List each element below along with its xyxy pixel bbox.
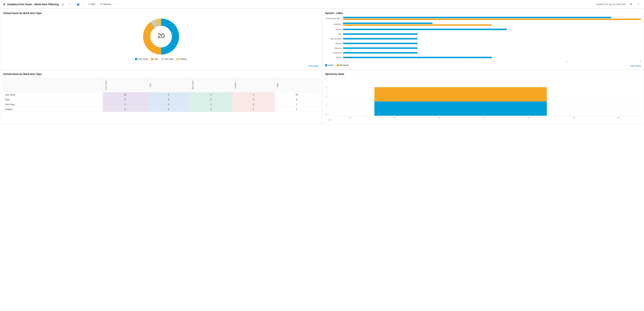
hbar-row-5: high demand <box>325 38 641 40</box>
hbar-resolved-1 <box>343 19 641 20</box>
donut-total-label: 20 <box>157 32 164 40</box>
page-title: AnalyticsTest Team - Work Item Filtering <box>7 3 59 6</box>
hbar-row-1: Introducing Wor... <box>325 17 641 20</box>
hbar-legend-active: Active <box>325 64 334 67</box>
vbar-seg-active <box>374 101 547 116</box>
widget-matrix: Closed Items by Work Item Type User Stor… <box>0 70 322 124</box>
hbar-legend-label-active: Active <box>328 64 334 67</box>
matrix-row-label-feat: Feature <box>3 107 103 112</box>
hbar-legend-dot-resolved <box>337 64 339 66</box>
gear-icon: ⚙ <box>630 3 632 6</box>
hbar-row-8: enhanced <box>325 52 641 54</box>
legend-dot-task <box>151 58 153 60</box>
matrix-row-label-task: Task <box>3 97 103 102</box>
hbar-label-5: high demand <box>325 38 343 40</box>
matrix-cell-task-task: 8 <box>147 97 190 102</box>
hbar-legend-label-resolved: Resolved <box>340 64 349 67</box>
grid-icon: ⊞ <box>3 3 5 6</box>
widget1-view-query[interactable]: View query <box>308 65 319 67</box>
matrix-cell-task-feat: 0 <box>232 97 275 102</box>
legend-label-task: Task <box>154 58 158 60</box>
matrix-row-tc: Test Case 0 0 1 0 1 <box>3 102 319 107</box>
settings-button[interactable]: ⚙ <box>628 2 634 6</box>
donut-label-feat: 1 <box>170 28 171 30</box>
y-label-0: 0 <box>325 113 326 116</box>
x-label-18: 18 <box>528 117 530 119</box>
hbar-label-2: feedback <box>325 23 343 25</box>
donut-label-us: 10 <box>152 33 154 35</box>
matrix-cell-feat-task: 0 <box>147 107 190 112</box>
refresh-button[interactable]: ↻ Refresh <box>99 2 113 6</box>
y-label-6: 6 <box>325 87 326 89</box>
hbar-active-6 <box>343 43 418 44</box>
edit-button[interactable]: ✏ Edit <box>86 2 97 6</box>
matrix-col-feat: Feature <box>232 78 275 92</box>
y-label-4: 4 <box>325 96 326 98</box>
matrix-cell-task-tc: 0 <box>190 97 232 102</box>
x-label-14: 14 <box>348 117 350 119</box>
expand-button[interactable]: ⤢ <box>636 2 641 6</box>
hbar-row-7: features <box>325 47 641 49</box>
matrix-corner <box>3 78 103 92</box>
legend-dot-testcase <box>161 58 164 60</box>
legend-item-task: Task <box>151 58 158 60</box>
x-label-16: 16 <box>438 117 440 119</box>
vbar-chart-area: 14 15 16 17 18 19 20 Oct <box>327 78 641 121</box>
hbar-bars-7 <box>343 47 641 49</box>
hbar-bars-5 <box>343 38 641 40</box>
vbar-plot <box>327 78 641 116</box>
matrix-col-tc: Test Case <box>190 78 232 92</box>
matrix-cell-us-us: 10 <box>103 92 148 97</box>
grid-line-top <box>328 78 641 78</box>
hbar-legend: Active Resolved <box>325 64 641 67</box>
widget-donut: Closed Items by Work Item Type 20 1 1 8 <box>0 9 322 70</box>
matrix-col-task: Task <box>147 78 190 92</box>
hbar-label-7: features <box>325 47 343 49</box>
matrix-row-label-tc: Test Case <box>3 102 103 107</box>
y-label-8: 8 <box>325 78 326 80</box>
matrix-cell-feat-tc: 0 <box>190 107 232 112</box>
matrix-cell-feat-total: 1 <box>275 107 319 112</box>
legend-label-testcase: Test Case <box>164 58 174 60</box>
people-button[interactable]: 👥 <box>75 2 81 6</box>
legend-dot-feature <box>176 58 179 60</box>
matrix-row-task: Task 0 8 0 0 8 <box>3 97 319 102</box>
refresh-icon: ↻ <box>100 3 102 6</box>
legend-label-feature: Feature <box>180 58 187 60</box>
hbar-bars-1 <box>343 17 641 20</box>
more-button[interactable]: ··· <box>115 2 120 6</box>
hbar-label-1: Introducing Wor... <box>325 17 343 20</box>
donut-legend: User Story Task Test Case Feature <box>3 58 319 60</box>
hbar-label-3: (blank) <box>325 28 343 31</box>
star-icon: ☆ <box>69 3 71 6</box>
matrix-col-total: Total <box>275 78 319 92</box>
hbar-axis: 0 1 2 3 4 <box>325 60 641 63</box>
donut-container: 20 1 1 8 10 <box>3 17 319 56</box>
donut-label-task: 8 <box>168 55 168 56</box>
matrix-cell-feat-us: 0 <box>103 107 148 112</box>
hbar-rows: Introducing Wor... feedback (blank) <box>325 17 641 60</box>
widget2-view-query[interactable]: View query <box>630 65 641 67</box>
matrix-cell-us-task: 0 <box>147 92 190 97</box>
star-button[interactable]: ☆ <box>67 2 73 6</box>
widget-hbar: Sprint3 - c38ec Introducing Wor... feedb… <box>322 9 644 70</box>
hbar-row-2: feedback <box>325 23 641 26</box>
matrix-cell-tc-tc: 1 <box>190 102 232 107</box>
hbar-active-3 <box>343 29 507 30</box>
hbar-active-5 <box>343 38 418 40</box>
matrix-cell-feat-feat: 1 <box>232 107 275 112</box>
hbar-active-9 <box>343 57 492 58</box>
matrix-row-us: User Story 10 0 0 0 10 <box>3 92 319 97</box>
x-label-15: 15 <box>393 117 396 119</box>
vbar-seg-resolved <box>374 87 547 101</box>
matrix-cell-task-total: 8 <box>275 97 319 102</box>
hbar-container: Introducing Wor... feedback (blank) <box>325 17 641 67</box>
chevron-down-button[interactable]: ▾ <box>61 2 66 6</box>
widget-vbar: Sprint3 by State 8 6 4 2 0 <box>322 70 644 124</box>
matrix-table: User Story Task Test Case Feature Total <box>3 78 319 112</box>
pencil-icon: ✏ <box>88 3 90 6</box>
chevron-down-icon: ▾ <box>62 3 64 6</box>
hbar-label-9: (other) <box>325 56 343 59</box>
widget4-title: Sprint3 by State <box>325 73 641 76</box>
hbar-bars-2 <box>343 23 641 26</box>
